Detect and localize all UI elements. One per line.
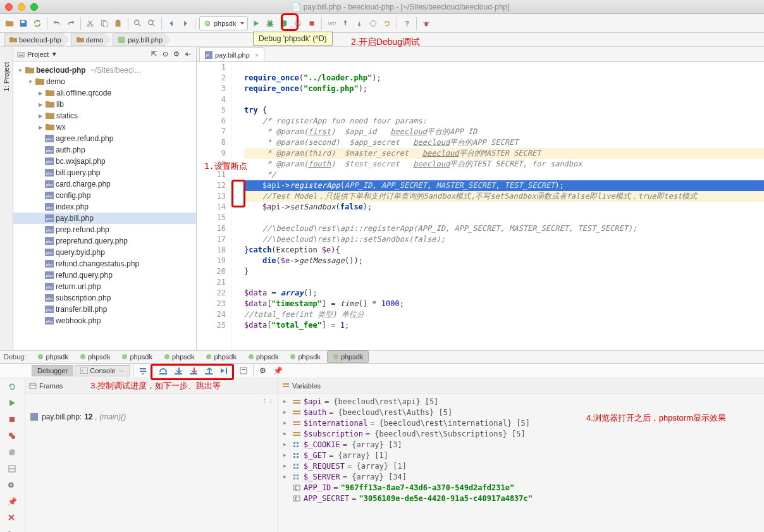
show-execution-icon[interactable] (136, 364, 150, 378)
tree-file[interactable]: phpreturn.url.php (13, 281, 196, 292)
pin-icon[interactable]: 📌 (8, 497, 18, 507)
tree-file[interactable]: phpauth.php (13, 144, 196, 156)
debug-tooltip: Debug 'phpsdk' (^D) (253, 32, 333, 46)
run-configuration-selector[interactable]: P phpsdk (199, 16, 248, 30)
find-icon[interactable] (132, 18, 144, 29)
settings-icon[interactable]: ⚙ (256, 364, 270, 378)
tree-file[interactable]: phpconfig.php (13, 190, 196, 201)
tree-file[interactable]: phpcard.charge.php (13, 178, 196, 190)
evaluate-icon[interactable] (237, 364, 250, 378)
layout-icon[interactable] (8, 464, 18, 474)
window-zoom-button[interactable] (30, 3, 38, 11)
undo-icon[interactable] (51, 18, 63, 29)
breadcrumb-item[interactable]: demo (71, 34, 107, 46)
tree-folder-demo[interactable]: demo (46, 77, 65, 86)
tree-folder[interactable]: ▶lib (13, 99, 196, 110)
tree-file[interactable]: phpprep.refund.php (13, 224, 196, 235)
tree-file[interactable]: phptransfer.bill.php (13, 304, 196, 315)
cut-icon[interactable] (85, 18, 96, 29)
close-icon[interactable] (8, 514, 18, 524)
breadcrumb-item[interactable]: pay.bill.php (113, 34, 166, 46)
open-icon[interactable] (4, 18, 15, 29)
tree-folder[interactable]: ▶statics (13, 110, 196, 121)
variable-row[interactable]: ▶$_GET = {array} [1] (283, 450, 759, 461)
frame-down-icon[interactable]: ↓ (269, 396, 273, 405)
hide-icon[interactable]: ⇤ (183, 50, 192, 59)
debug-session-tab[interactable]: phpsdk (159, 350, 199, 363)
stop-icon[interactable] (306, 18, 317, 29)
stop-icon[interactable] (8, 415, 18, 425)
locate-icon[interactable]: ⊙ (161, 50, 169, 59)
close-tab-icon[interactable]: × (255, 51, 259, 59)
stack-frame[interactable]: pay.bill.php:12, {main}() (30, 412, 273, 421)
listen-debug-icon[interactable] (421, 18, 432, 29)
annotation-1: 1.设置断点 (204, 161, 247, 171)
variable-row[interactable]: CAPP_SECRET = "3056109e-de5e-4420-91a5-c… (283, 493, 759, 504)
collapse-icon[interactable]: ⇱ (149, 50, 158, 59)
breadcrumb-item[interactable]: beecloud-php (4, 34, 65, 46)
redo-icon[interactable] (65, 18, 77, 29)
update-icon[interactable] (340, 18, 351, 29)
debug-session-tab[interactable]: phpsdk (285, 350, 325, 363)
settings-icon[interactable]: ⚙ (172, 50, 181, 59)
project-tree[interactable]: ▼beecloud-php~/Sites/beecl… ▼demo ▶ali.o… (13, 62, 196, 350)
tree-file[interactable]: phpsubscription.php (13, 292, 196, 304)
svg-rect-13 (310, 21, 314, 25)
variable-row[interactable]: CAPP_ID = "967ff13a-8ae7-43d6-a370-549d2… (283, 482, 759, 493)
editor-tab[interactable]: P pay.bill.php × (199, 47, 264, 61)
run-icon[interactable] (250, 18, 262, 29)
debug-icon[interactable] (264, 18, 276, 29)
tree-file[interactable]: phpindex.php (13, 201, 196, 213)
replace-icon[interactable] (146, 18, 157, 29)
variable-row[interactable]: ▶$_REQUEST = {array} [1] (283, 461, 759, 471)
tree-file[interactable]: phppreprefund.query.php (13, 235, 196, 247)
back-icon[interactable] (166, 18, 177, 29)
tree-root[interactable]: beecloud-php (36, 66, 86, 75)
save-icon[interactable] (18, 18, 29, 29)
console-tab[interactable]: Console→ (75, 365, 130, 376)
pin-icon[interactable]: 📌 (271, 364, 285, 378)
tree-file[interactable]: phpbc.wxjsapi.php (13, 156, 196, 167)
variable-row[interactable]: ▶$subscription = {beecloud\rest\Subscrip… (283, 428, 759, 439)
window-close-button[interactable] (5, 3, 13, 11)
variable-row[interactable]: ▶$_COOKIE = {array} [3] (283, 439, 759, 450)
tree-file[interactable]: phpagree.refund.php (13, 133, 196, 144)
variable-row[interactable]: ▶$_SERVER = {array} [34] (283, 471, 759, 482)
debug-session-tab[interactable]: phpsdk (200, 350, 241, 363)
resume-icon[interactable] (8, 399, 18, 409)
revert-icon[interactable] (381, 18, 393, 29)
tree-folder[interactable]: ▶wx (13, 121, 196, 133)
debug-session-tab[interactable]: phpsdk (327, 350, 369, 363)
history-icon[interactable] (367, 18, 379, 29)
tree-file[interactable]: phprefund.changestatus.php (13, 258, 196, 269)
svg-rect-110 (293, 478, 295, 479)
tree-file[interactable]: phpquery.byid.php (13, 247, 196, 258)
tree-folder[interactable]: ▶ali.offline.qrcode (13, 87, 196, 99)
view-breakpoints-icon[interactable] (8, 431, 18, 442)
code-editor[interactable]: 1234567891011121314151617181920212223242… (197, 62, 764, 350)
tree-file[interactable]: phprefund.query.php (13, 269, 196, 281)
settings-icon[interactable]: ⚙ (8, 481, 18, 491)
debug-session-tab[interactable]: phpsdk (116, 350, 157, 363)
frame-up-icon[interactable]: ↑ (262, 396, 266, 405)
tree-file[interactable]: phpbill.query.php (13, 167, 196, 178)
debug-session-tab[interactable]: phpsdk (32, 350, 73, 363)
tree-file[interactable]: phpwebhook.php (13, 315, 196, 326)
debug-session-tab[interactable]: phpsdk (243, 350, 283, 363)
sync-icon[interactable] (32, 18, 43, 29)
vcs-icon[interactable]: VCS (326, 18, 337, 29)
copy-icon[interactable] (99, 18, 110, 29)
window-minimize-button[interactable] (18, 3, 25, 11)
paste-icon[interactable] (113, 18, 124, 29)
commit-icon[interactable] (354, 18, 365, 29)
help-icon[interactable]: ? (401, 18, 412, 29)
forward-icon[interactable] (180, 18, 191, 29)
tree-file[interactable]: phppay.bill.php (13, 213, 196, 224)
variable-row[interactable]: ▶$api = {beecloud\rest\api} [5] (283, 396, 759, 407)
debug-session-tab[interactable]: phpsdk (75, 350, 115, 363)
debugger-tab[interactable]: Debugger (32, 365, 73, 376)
mute-breakpoints-icon[interactable] (8, 448, 18, 458)
project-tool-tab[interactable]: 1: Project (2, 59, 11, 94)
svg-text:VCS: VCS (328, 21, 336, 25)
rerun-icon[interactable] (8, 382, 18, 392)
